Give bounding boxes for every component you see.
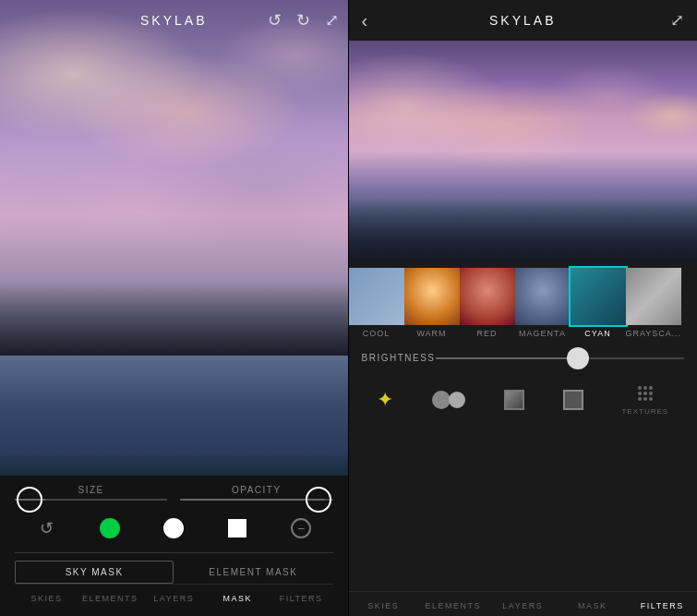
opacity-slider-thumb[interactable] bbox=[306, 487, 331, 513]
brightness-label: BRIGHTNESS bbox=[362, 353, 436, 363]
two-circles-icon bbox=[432, 389, 465, 411]
filter-red-thumb bbox=[460, 268, 515, 325]
redo-icon[interactable]: ↻ bbox=[296, 10, 310, 30]
right-tab-elements[interactable]: ELEMENTS bbox=[418, 599, 488, 612]
undo-icon[interactable]: ↺ bbox=[268, 10, 282, 30]
solid-square-icon bbox=[563, 390, 583, 410]
filter-chip-grayscale[interactable]: GRAYSCA... bbox=[626, 262, 682, 344]
green-circle-button[interactable] bbox=[95, 513, 125, 543]
solid-square-tool-button[interactable] bbox=[563, 390, 583, 410]
sun-icon: ✦ bbox=[377, 388, 393, 412]
left-bottom-tabs: SKIES ELEMENTS LAYERS MASK FILTERS bbox=[15, 584, 333, 609]
right-title: SKYLAB bbox=[489, 13, 556, 28]
export-icon[interactable]: ⤢ bbox=[325, 10, 339, 30]
sky-mask-button[interactable]: SKY MASK bbox=[15, 561, 174, 584]
brightness-slider[interactable] bbox=[436, 357, 685, 359]
textures-label: TEXTURES bbox=[621, 407, 668, 416]
brightness-fill bbox=[436, 357, 572, 359]
right-header: ‹ SKYLAB ⤢ bbox=[349, 0, 698, 41]
right-image-canvas bbox=[349, 41, 698, 262]
tools-row: ↺ − bbox=[15, 506, 333, 550]
svg-point-4 bbox=[643, 392, 647, 395]
element-mask-button[interactable]: ELEMENT MASK bbox=[174, 561, 332, 584]
svg-point-5 bbox=[649, 392, 653, 395]
back-icon[interactable]: ‹ bbox=[362, 10, 368, 31]
svg-point-2 bbox=[649, 386, 653, 390]
filter-chip-warm[interactable]: WARM bbox=[404, 262, 460, 344]
opacity-slider-group: OPACITY bbox=[180, 485, 332, 501]
filter-cyan-label: CYAN bbox=[584, 329, 610, 338]
mask-buttons-row: SKY MASK ELEMENT MASK bbox=[15, 552, 333, 584]
brightness-thumb[interactable] bbox=[567, 347, 589, 369]
left-tab-elements[interactable]: ELEMENTS bbox=[78, 592, 142, 605]
filter-warm-thumb bbox=[404, 268, 460, 325]
right-tab-layers[interactable]: LAYERS bbox=[488, 599, 559, 612]
filter-chip-cyan[interactable]: CYAN bbox=[571, 262, 626, 344]
minus-circle-button[interactable]: − bbox=[286, 513, 316, 543]
opacity-slider-track[interactable] bbox=[180, 499, 332, 501]
size-slider-track[interactable] bbox=[15, 499, 167, 501]
rotate-tool-button[interactable]: ↺ bbox=[31, 513, 61, 543]
left-tab-skies[interactable]: SKIES bbox=[15, 592, 78, 605]
gradient-square-tool-button[interactable] bbox=[504, 390, 524, 410]
left-controls: SIZE OPACITY ↺ bbox=[0, 476, 348, 616]
size-slider-group: SIZE bbox=[15, 485, 167, 501]
right-tab-skies[interactable]: SKIES bbox=[349, 599, 419, 612]
left-title: SKYLAB bbox=[140, 13, 207, 28]
minus-circle-icon: − bbox=[291, 518, 311, 538]
size-slider-thumb[interactable] bbox=[17, 487, 42, 513]
svg-point-3 bbox=[638, 392, 642, 395]
circles-tool-button[interactable] bbox=[432, 389, 465, 411]
left-header: SKYLAB ↺ ↻ ⤢ bbox=[0, 0, 348, 41]
left-tab-mask[interactable]: MASK bbox=[206, 592, 270, 605]
left-panel: SKYLAB ↺ ↻ ⤢ SIZE OPACITY bbox=[0, 0, 348, 616]
filter-chip-magenta[interactable]: MAGENTA bbox=[515, 262, 571, 344]
right-tab-filters[interactable]: FILTERS bbox=[628, 599, 698, 612]
filter-chip-cool[interactable]: COOL bbox=[349, 262, 404, 344]
filter-grayscale-label: GRAYSCA... bbox=[626, 329, 682, 338]
svg-point-0 bbox=[638, 386, 642, 390]
filter-magenta-label: MAGENTA bbox=[519, 329, 566, 338]
filter-cool-label: COOL bbox=[363, 329, 391, 338]
svg-point-1 bbox=[643, 386, 647, 390]
sliders-row: SIZE OPACITY bbox=[15, 485, 333, 501]
filter-red-label: RED bbox=[476, 329, 497, 338]
opacity-label: OPACITY bbox=[232, 485, 282, 495]
size-label: SIZE bbox=[78, 485, 104, 495]
svg-point-7 bbox=[643, 397, 647, 401]
gradient-square-icon bbox=[504, 390, 524, 410]
right-export-icon[interactable]: ⤢ bbox=[670, 10, 684, 30]
white-circle-icon bbox=[163, 518, 184, 538]
green-circle-icon bbox=[100, 518, 120, 538]
brightness-row: BRIGHTNESS bbox=[349, 344, 698, 372]
svg-point-8 bbox=[649, 397, 653, 401]
white-square-button[interactable] bbox=[222, 513, 252, 543]
rotate-icon: ↺ bbox=[40, 518, 54, 538]
white-square-icon bbox=[228, 519, 246, 537]
right-tools-row: ✦ TEXTURES bbox=[349, 372, 698, 427]
svg-point-6 bbox=[638, 397, 642, 401]
filter-chip-red[interactable]: RED bbox=[460, 262, 515, 344]
left-header-icons: ↺ ↻ ⤢ bbox=[268, 10, 339, 30]
textures-icon bbox=[635, 383, 655, 404]
filter-cool-thumb bbox=[349, 268, 404, 325]
right-bottom-tabs: SKIES ELEMENTS LAYERS MASK FILTERS bbox=[349, 591, 698, 616]
textures-tool-button[interactable]: TEXTURES bbox=[621, 383, 668, 416]
white-circle-button[interactable] bbox=[159, 513, 188, 543]
left-tab-filters[interactable]: FILTERS bbox=[270, 592, 333, 605]
sun-tool-button[interactable]: ✦ bbox=[377, 388, 393, 412]
filter-magenta-thumb bbox=[515, 268, 571, 325]
right-panel: ‹ SKYLAB ⤢ COOL WARM RED MAGENTA CYAN GR… bbox=[349, 0, 698, 616]
right-tab-mask[interactable]: MASK bbox=[558, 599, 628, 612]
left-image-canvas: SKYLAB ↺ ↻ ⤢ bbox=[0, 0, 348, 476]
filter-cyan-thumb bbox=[571, 268, 626, 325]
filter-warm-label: WARM bbox=[416, 329, 446, 338]
filter-chips-row: COOL WARM RED MAGENTA CYAN GRAYSCA... bbox=[349, 262, 698, 344]
left-tab-layers[interactable]: LAYERS bbox=[142, 592, 206, 605]
filter-grayscale-thumb bbox=[626, 268, 681, 325]
